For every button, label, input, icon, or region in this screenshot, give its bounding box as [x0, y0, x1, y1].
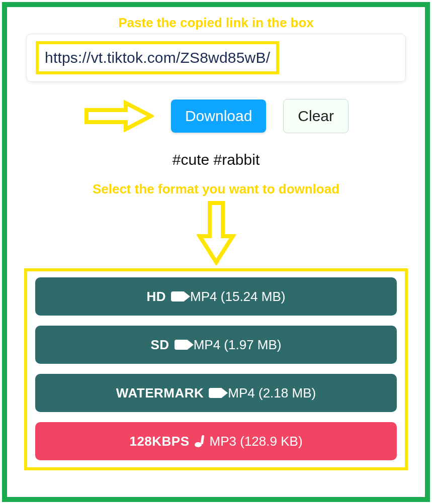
music-icon: [195, 435, 205, 447]
url-input-card[interactable]: https://vt.tiktok.com/ZS8wd85wB/: [26, 34, 406, 82]
option-detail: MP3 (128.9 KB): [210, 434, 303, 449]
option-quality: WATERMARK: [116, 385, 204, 401]
action-row: Download Clear: [22, 99, 410, 133]
url-input-value[interactable]: https://vt.tiktok.com/ZS8wd85wB/: [45, 49, 270, 66]
arrow-down-icon: [197, 200, 236, 265]
option-detail: MP4 (2.18 MB): [228, 385, 316, 401]
format-options-box: HD MP4 (15.24 MB) SD MP4 (1.97 MB) WATER…: [24, 268, 408, 470]
video-icon: [209, 388, 223, 398]
option-watermark-mp4[interactable]: WATERMARK MP4 (2.18 MB): [35, 374, 397, 412]
clear-button[interactable]: Clear: [283, 99, 349, 133]
arrow-right-icon: [83, 100, 154, 132]
content-area: Paste the copied link in the box https:/…: [7, 7, 425, 480]
hint-paste-link: Paste the copied link in the box: [22, 15, 410, 31]
url-highlight-box: https://vt.tiktok.com/ZS8wd85wB/: [36, 41, 279, 74]
video-hashtags: #cute #rabbit: [22, 151, 410, 168]
option-128kbps-mp3[interactable]: 128KBPS MP3 (128.9 KB): [35, 422, 397, 460]
download-button[interactable]: Download: [171, 99, 266, 133]
hint-select-format: Select the format you want to download: [22, 181, 410, 197]
option-sd-mp4[interactable]: SD MP4 (1.97 MB): [35, 326, 397, 364]
option-quality: 128KBPS: [129, 434, 189, 449]
option-detail: MP4 (15.24 MB): [190, 289, 285, 305]
option-detail: MP4 (1.97 MB): [194, 337, 282, 353]
app-frame: Paste the copied link in the box https:/…: [2, 2, 430, 502]
video-icon: [175, 340, 189, 350]
video-icon: [171, 291, 185, 301]
arrow-down-wrap: [22, 200, 410, 265]
option-quality: HD: [147, 289, 166, 305]
option-quality: SD: [151, 337, 169, 353]
option-hd-mp4[interactable]: HD MP4 (15.24 MB): [35, 277, 397, 316]
